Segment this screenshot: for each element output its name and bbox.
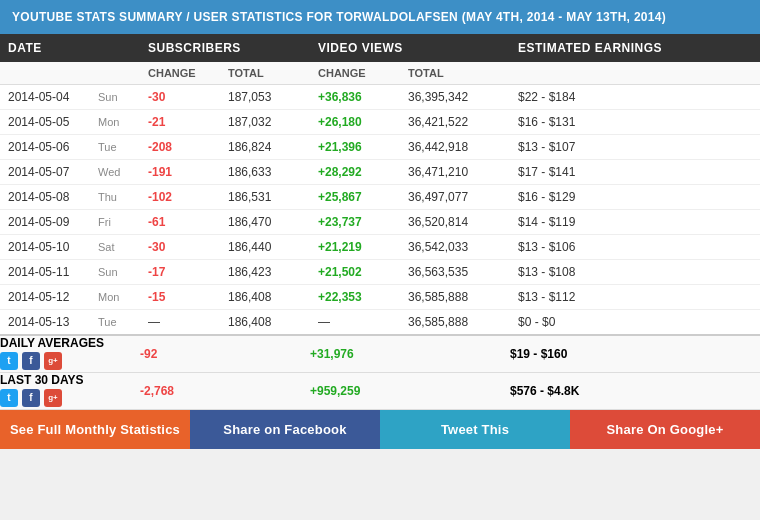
row-sub-total: 186,470 xyxy=(220,210,310,235)
row-vid-change: +25,867 xyxy=(310,185,400,210)
row-vid-total: 36,563,535 xyxy=(400,260,510,285)
row-earnings: $14 - $119 xyxy=(510,210,760,235)
date-header: DATE xyxy=(0,34,140,62)
daily-avg-sub-change: -92 xyxy=(140,335,220,373)
row-sub-change: -61 xyxy=(140,210,220,235)
row-sub-total: 186,531 xyxy=(220,185,310,210)
row-date: 2014-05-04 xyxy=(0,85,90,110)
daily-avg-label: DAILY AVERAGES t f g+ xyxy=(0,335,140,373)
row-date: 2014-05-10 xyxy=(0,235,90,260)
row-sub-change: -15 xyxy=(140,285,220,310)
stats-table-container: DATE SUBSCRIBERS VIDEO VIEWS ESTIMATED E… xyxy=(0,34,760,409)
row-sub-total: 186,633 xyxy=(220,160,310,185)
row-vid-change: +21,219 xyxy=(310,235,400,260)
row-day: Sun xyxy=(90,260,140,285)
row-sub-total: 187,053 xyxy=(220,85,310,110)
video-views-header: VIDEO VIEWS xyxy=(310,34,510,62)
row-date: 2014-05-12 xyxy=(0,285,90,310)
table-row: 2014-05-12 Mon -15 186,408 +22,353 36,58… xyxy=(0,285,760,310)
last30-sub-change: -2,768 xyxy=(140,373,220,410)
row-vid-total: 36,442,918 xyxy=(400,135,510,160)
row-vid-change: +36,836 xyxy=(310,85,400,110)
table-row: 2014-05-10 Sat -30 186,440 +21,219 36,54… xyxy=(0,235,760,260)
table-row: 2014-05-06 Tue -208 186,824 +21,396 36,4… xyxy=(0,135,760,160)
row-sub-total: 186,423 xyxy=(220,260,310,285)
row-earnings: $13 - $108 xyxy=(510,260,760,285)
google-icon-avg[interactable]: g+ xyxy=(44,352,62,370)
daily-avg-vid-change: +31,976 xyxy=(310,335,400,373)
table-row: 2014-05-08 Thu -102 186,531 +25,867 36,4… xyxy=(0,185,760,210)
column-headers: DATE SUBSCRIBERS VIDEO VIEWS ESTIMATED E… xyxy=(0,34,760,62)
row-date: 2014-05-13 xyxy=(0,310,90,336)
last30-vid-change: +959,259 xyxy=(310,373,400,410)
table-row: 2014-05-11 Sun -17 186,423 +21,502 36,56… xyxy=(0,260,760,285)
row-vid-total: 36,520,814 xyxy=(400,210,510,235)
share-google-button[interactable]: Share On Google+ xyxy=(570,410,760,449)
row-sub-total: 186,824 xyxy=(220,135,310,160)
monthly-stats-button[interactable]: See Full Monthly Statistics xyxy=(0,410,190,449)
row-earnings: $16 - $129 xyxy=(510,185,760,210)
table-row: 2014-05-04 Sun -30 187,053 +36,836 36,39… xyxy=(0,85,760,110)
facebook-icon-30[interactable]: f xyxy=(22,389,40,407)
row-day: Tue xyxy=(90,135,140,160)
sub-total-header: TOTAL xyxy=(220,62,310,85)
row-vid-total: 36,497,077 xyxy=(400,185,510,210)
subscribers-header: SUBSCRIBERS xyxy=(140,34,310,62)
share-facebook-button[interactable]: Share on Facebook xyxy=(190,410,380,449)
table-footer: DAILY AVERAGES t f g+ -92 +31,976 $19 - … xyxy=(0,335,760,409)
table-row: 2014-05-07 Wed -191 186,633 +28,292 36,4… xyxy=(0,160,760,185)
row-sub-change: -21 xyxy=(140,110,220,135)
row-vid-total: 36,395,342 xyxy=(400,85,510,110)
row-sub-total: 186,408 xyxy=(220,310,310,336)
google-icon-30[interactable]: g+ xyxy=(44,389,62,407)
table-row: 2014-05-05 Mon -21 187,032 +26,180 36,42… xyxy=(0,110,760,135)
last30-label: LAST 30 DAYS t f g+ xyxy=(0,373,140,410)
row-day: Thu xyxy=(90,185,140,210)
row-earnings: $13 - $112 xyxy=(510,285,760,310)
table-body: 2014-05-04 Sun -30 187,053 +36,836 36,39… xyxy=(0,85,760,336)
table-row: 2014-05-09 Fri -61 186,470 +23,737 36,52… xyxy=(0,210,760,235)
daily-averages-row: DAILY AVERAGES t f g+ -92 +31,976 $19 - … xyxy=(0,335,760,373)
row-date: 2014-05-07 xyxy=(0,160,90,185)
row-day: Sat xyxy=(90,235,140,260)
row-sub-change: -30 xyxy=(140,235,220,260)
row-vid-change: +23,737 xyxy=(310,210,400,235)
table-row: 2014-05-13 Tue — 186,408 — 36,585,888 $0… xyxy=(0,310,760,336)
row-vid-total: 36,542,033 xyxy=(400,235,510,260)
vid-change-header: CHANGE xyxy=(310,62,400,85)
row-date: 2014-05-09 xyxy=(0,210,90,235)
vid-total-header: TOTAL xyxy=(400,62,510,85)
last30-social-icons: t f g+ xyxy=(0,387,140,409)
row-sub-total: 186,440 xyxy=(220,235,310,260)
row-date: 2014-05-05 xyxy=(0,110,90,135)
row-sub-change: -102 xyxy=(140,185,220,210)
twitter-icon-30[interactable]: t xyxy=(0,389,18,407)
row-sub-change: -191 xyxy=(140,160,220,185)
sub-column-headers: CHANGE TOTAL CHANGE TOTAL xyxy=(0,62,760,85)
row-vid-change: +22,353 xyxy=(310,285,400,310)
twitter-icon-avg[interactable]: t xyxy=(0,352,18,370)
earnings-header: ESTIMATED EARNINGS xyxy=(510,34,760,62)
last-30-days-row: LAST 30 DAYS t f g+ -2,768 +959,259 $576… xyxy=(0,373,760,410)
row-vid-change: +21,502 xyxy=(310,260,400,285)
row-earnings: $17 - $141 xyxy=(510,160,760,185)
row-day: Tue xyxy=(90,310,140,336)
row-vid-total: 36,585,888 xyxy=(400,285,510,310)
row-day: Fri xyxy=(90,210,140,235)
row-day: Mon xyxy=(90,285,140,310)
row-date: 2014-05-06 xyxy=(0,135,90,160)
header-title: YOUTUBE STATS SUMMARY / USER STATISTICS … xyxy=(12,10,666,24)
row-date: 2014-05-11 xyxy=(0,260,90,285)
row-day: Wed xyxy=(90,160,140,185)
row-vid-change: +28,292 xyxy=(310,160,400,185)
tweet-button[interactable]: Tweet This xyxy=(380,410,570,449)
facebook-icon-avg[interactable]: f xyxy=(22,352,40,370)
row-earnings: $13 - $106 xyxy=(510,235,760,260)
row-vid-total: 36,585,888 xyxy=(400,310,510,336)
row-date: 2014-05-08 xyxy=(0,185,90,210)
row-vid-change: +21,396 xyxy=(310,135,400,160)
row-day: Sun xyxy=(90,85,140,110)
daily-avg-earnings: $19 - $160 xyxy=(510,335,760,373)
row-earnings: $22 - $184 xyxy=(510,85,760,110)
row-vid-change: +26,180 xyxy=(310,110,400,135)
